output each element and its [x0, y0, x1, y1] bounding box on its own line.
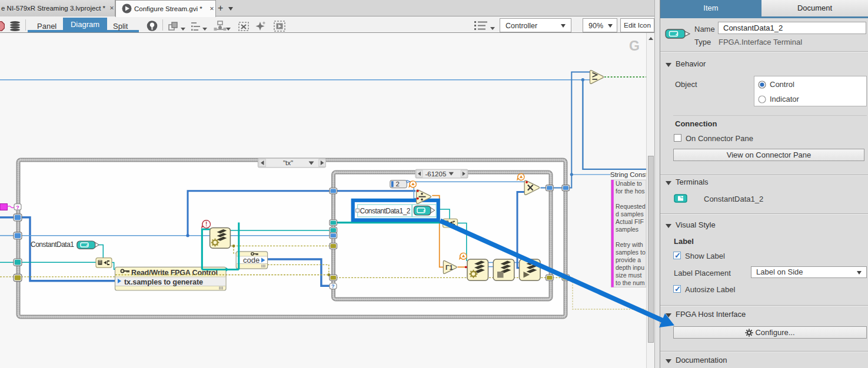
svg-text:ConstantData1_2: ConstantData1_2 [360, 207, 411, 215]
svg-text:Requested: Requested [616, 203, 646, 210]
svg-text:?: ? [331, 283, 335, 289]
svg-text:tx.samples to generate: tx.samples to generate [124, 278, 203, 286]
svg-text:!: ! [205, 221, 207, 228]
svg-text:to the num: to the num [616, 279, 645, 286]
svg-text:G: G [629, 38, 640, 53]
svg-text:?: ? [16, 204, 19, 210]
svg-text:for the hos: for the hos [616, 188, 645, 195]
svg-text:String Const: String Const [610, 171, 646, 178]
svg-text:-61205: -61205 [425, 170, 447, 178]
svg-text:samples: samples [616, 226, 638, 233]
svg-text:ConstantData1: ConstantData1 [31, 240, 74, 249]
svg-text:provide a: provide a [616, 256, 641, 263]
svg-text:depth inpu: depth inpu [616, 264, 644, 271]
svg-text:code: code [243, 256, 260, 265]
svg-text:Actual FIF: Actual FIF [616, 218, 644, 225]
svg-text:Retry with: Retry with [616, 241, 643, 248]
svg-text:"tx": "tx" [283, 159, 293, 166]
svg-text:Γ1: Γ1 [445, 264, 453, 271]
svg-text:d samples: d samples [616, 210, 644, 218]
svg-text:size must: size must [616, 272, 641, 279]
svg-text:samples to: samples to [616, 249, 646, 256]
svg-text:Unable to: Unable to [616, 180, 642, 187]
svg-text:2: 2 [396, 180, 400, 188]
